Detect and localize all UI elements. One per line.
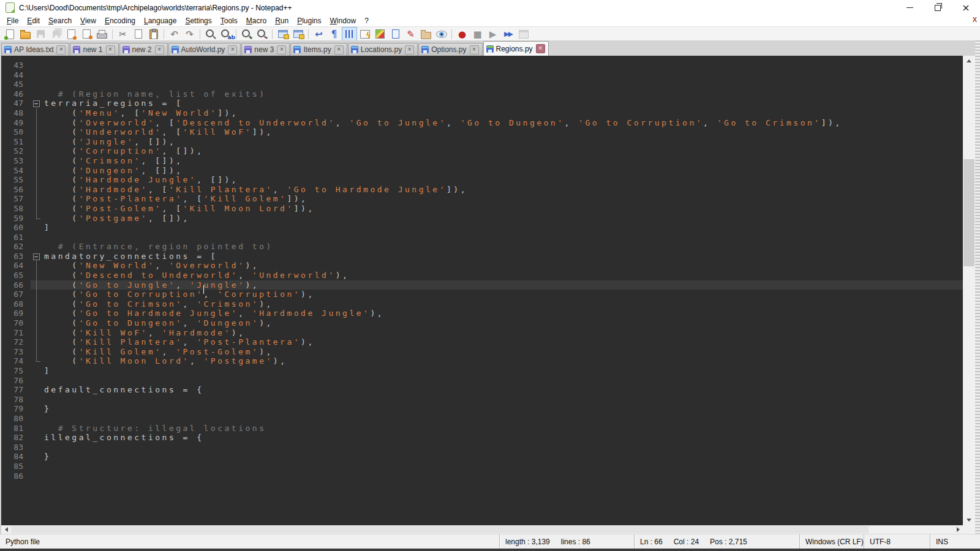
code-text[interactable]: ('Go to Jungle', 'Jungle'), bbox=[44, 280, 963, 290]
menu-item[interactable]: Window bbox=[326, 16, 361, 26]
fold-margin[interactable] bbox=[31, 204, 44, 214]
tab-close-icon[interactable]: × bbox=[228, 45, 237, 54]
document-map-icon[interactable] bbox=[372, 27, 388, 41]
code-text[interactable]: ('Kill Golem', 'Post-Golem'), bbox=[44, 347, 963, 357]
code-text[interactable]: mandatory_connections = [ bbox=[44, 252, 963, 261]
fold-margin[interactable] bbox=[31, 80, 44, 89]
tab-close-icon[interactable]: × bbox=[536, 44, 545, 53]
menu-item[interactable]: Edit bbox=[23, 16, 44, 26]
fold-margin[interactable] bbox=[31, 137, 44, 147]
fold-margin[interactable] bbox=[31, 175, 44, 185]
folder-as-workspace-icon[interactable] bbox=[418, 27, 434, 41]
tab-close-icon[interactable]: × bbox=[405, 45, 414, 54]
tab[interactable]: Options.py × bbox=[418, 43, 482, 56]
code-text[interactable]: ] bbox=[44, 366, 963, 376]
tab[interactable]: Regions.py × bbox=[483, 41, 549, 56]
vertical-scroll-thumb[interactable] bbox=[963, 159, 974, 266]
tab[interactable]: Locations.py × bbox=[348, 43, 418, 56]
code-text[interactable] bbox=[44, 414, 963, 424]
fold-margin[interactable] bbox=[31, 452, 44, 462]
tab[interactable]: new 1 × bbox=[70, 43, 118, 56]
file-monitoring-icon[interactable]: ✎ bbox=[403, 27, 418, 41]
code-text[interactable]: ('Kill WoF', 'Hardmode'), bbox=[44, 328, 963, 338]
tab[interactable]: Items.py × bbox=[290, 43, 347, 56]
fold-margin[interactable] bbox=[31, 290, 44, 299]
menu-item[interactable]: Tools bbox=[216, 16, 242, 26]
code-text[interactable]: default_connections = { bbox=[44, 385, 963, 395]
minimize-button[interactable] bbox=[895, 0, 924, 15]
fold-margin[interactable] bbox=[31, 471, 44, 481]
code-text[interactable]: ('Postgame', []), bbox=[44, 214, 963, 223]
replace-icon[interactable]: ab bbox=[218, 27, 233, 41]
fold-margin[interactable] bbox=[31, 443, 44, 452]
code-text[interactable] bbox=[44, 376, 963, 386]
fold-margin[interactable] bbox=[31, 328, 44, 338]
fold-margin[interactable] bbox=[31, 99, 44, 108]
function-list-icon[interactable]: ϟ bbox=[357, 27, 372, 41]
fold-margin[interactable] bbox=[31, 223, 44, 233]
fold-margin[interactable] bbox=[31, 462, 44, 471]
tab-close-icon[interactable]: × bbox=[106, 45, 115, 54]
fold-margin[interactable] bbox=[31, 271, 44, 280]
code-text[interactable]: } bbox=[44, 452, 963, 462]
fold-margin[interactable] bbox=[31, 70, 44, 80]
fold-margin[interactable] bbox=[31, 318, 44, 328]
fold-margin[interactable] bbox=[31, 214, 44, 223]
fold-margin[interactable] bbox=[31, 127, 44, 137]
menu-item[interactable]: Encoding bbox=[100, 16, 140, 26]
fold-margin[interactable] bbox=[31, 233, 44, 242]
code-text[interactable]: ('Hardmode', ['Kill Plantera', 'Go to Ha… bbox=[44, 185, 963, 195]
code-text[interactable]: ('Jungle', []), bbox=[44, 137, 963, 147]
open-file-icon[interactable] bbox=[18, 27, 33, 41]
fold-margin[interactable] bbox=[31, 89, 44, 99]
code-text[interactable]: ('Go to Hardmode Jungle', 'Hardmode Jung… bbox=[44, 309, 963, 318]
macro-record-icon[interactable]: ● bbox=[454, 27, 470, 41]
close-all-icon[interactable] bbox=[79, 27, 94, 41]
menu-item[interactable]: Plugins bbox=[293, 16, 325, 26]
menu-item[interactable]: Settings bbox=[181, 16, 216, 26]
fold-margin[interactable] bbox=[31, 376, 44, 386]
fold-margin[interactable] bbox=[31, 252, 44, 261]
new-file-icon[interactable] bbox=[2, 27, 18, 41]
tab[interactable]: new 3 × bbox=[241, 43, 290, 56]
code-text[interactable]: ('Corruption', []), bbox=[44, 146, 963, 156]
tab-close-icon[interactable]: × bbox=[277, 45, 286, 54]
menu-item[interactable]: Run bbox=[271, 16, 293, 26]
scroll-right-button[interactable] bbox=[953, 525, 963, 534]
code-text[interactable]: ('Hardmode Jungle', []), bbox=[44, 175, 963, 185]
zoom-in-icon[interactable]: + bbox=[239, 27, 254, 41]
fold-margin[interactable] bbox=[31, 61, 44, 70]
zoom-out-icon[interactable]: − bbox=[254, 27, 270, 41]
code-text[interactable]: ('Overworld', ['Descend to Underworld', … bbox=[44, 118, 963, 128]
code-text[interactable] bbox=[44, 443, 963, 452]
print-icon[interactable] bbox=[94, 27, 110, 41]
tab-close-icon[interactable]: × bbox=[56, 45, 66, 54]
word-wrap-icon[interactable]: ↩ bbox=[311, 27, 326, 41]
scroll-down-button[interactable] bbox=[963, 515, 975, 525]
macro-run-multiple-icon[interactable]: ▶▶ bbox=[500, 27, 516, 41]
fold-margin[interactable] bbox=[31, 366, 44, 376]
indent-guide-icon[interactable] bbox=[342, 27, 357, 41]
fold-margin[interactable] bbox=[31, 404, 44, 414]
code-text[interactable]: ('Dungeon', []), bbox=[44, 166, 963, 176]
fold-margin[interactable] bbox=[31, 347, 44, 357]
code-text[interactable]: ('Underworld', ['Kill WoF']), bbox=[44, 127, 963, 137]
fold-margin[interactable] bbox=[31, 242, 44, 252]
scroll-up-button[interactable] bbox=[963, 56, 975, 66]
save-all-icon[interactable] bbox=[48, 27, 64, 41]
code-text[interactable]: ('Crimson', []), bbox=[44, 156, 963, 166]
fold-margin[interactable] bbox=[31, 299, 44, 309]
code-text[interactable]: } bbox=[44, 404, 963, 414]
menu-item[interactable]: File bbox=[2, 16, 23, 26]
tab-close-icon[interactable]: × bbox=[334, 45, 344, 54]
fold-margin[interactable] bbox=[31, 433, 44, 443]
code-text[interactable] bbox=[44, 233, 963, 242]
code-text[interactable]: ('Kill Moon Lord', 'Postgame'), bbox=[44, 356, 963, 366]
code-text[interactable]: # (Entrance, region pointed to) bbox=[44, 242, 963, 252]
tab-close-icon[interactable]: × bbox=[470, 45, 479, 54]
view-eye-icon[interactable] bbox=[434, 27, 449, 41]
tab[interactable]: new 2 × bbox=[119, 43, 168, 56]
undo-icon[interactable]: ↶ bbox=[167, 27, 182, 41]
code-text[interactable] bbox=[44, 471, 963, 481]
fold-margin[interactable] bbox=[31, 156, 44, 166]
